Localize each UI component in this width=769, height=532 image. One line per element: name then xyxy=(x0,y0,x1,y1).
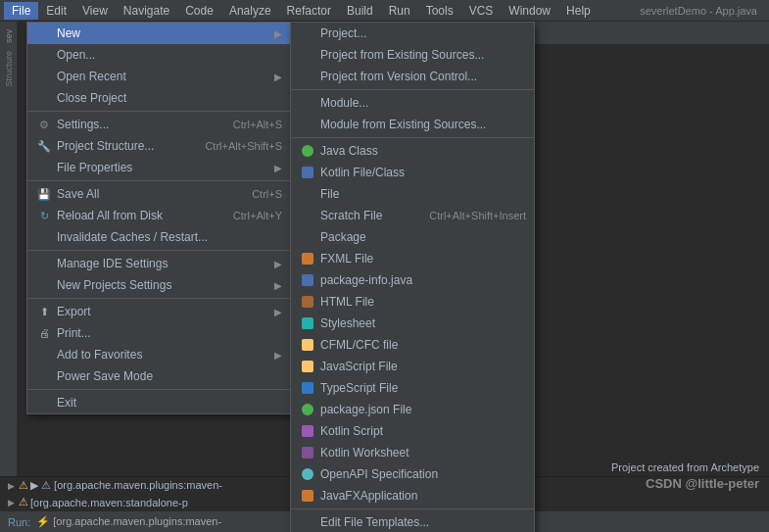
new-submenu: Project... Project from Existing Sources… xyxy=(290,22,535,532)
menu-item-invalidate[interactable]: Invalidate Caches / Restart... xyxy=(27,226,290,248)
sidebar-label: Structure xyxy=(2,49,16,89)
kotlin-file-icon xyxy=(299,165,316,180)
menu-bar: File Edit View Navigate Code Analyze Ref… xyxy=(0,0,769,22)
submenu-project-vcs[interactable]: Project from Version Control... xyxy=(291,66,534,87)
stylesheet-icon xyxy=(299,315,316,331)
kotlin-script-label: Kotlin Script xyxy=(320,424,526,438)
settings-icon: ⚙ xyxy=(35,117,53,132)
menu-edit[interactable]: Edit xyxy=(38,2,74,20)
menu-view[interactable]: View xyxy=(74,2,116,20)
menu-item-save-all[interactable]: 💾 Save All Ctrl+S xyxy=(27,183,290,205)
new-projects-icon xyxy=(35,277,53,293)
menu-refactor[interactable]: Refactor xyxy=(279,2,339,20)
menu-item-close-project[interactable]: Close Project xyxy=(27,87,290,109)
menu-item-settings[interactable]: ⚙ Settings... Ctrl+Alt+S xyxy=(27,114,290,135)
project-structure-label: Project Structure... xyxy=(57,139,197,153)
manage-ide-arrow: ▶ xyxy=(274,259,282,269)
submenu-kotlin-script[interactable]: Kotlin Script xyxy=(291,420,534,442)
warn-icon-2: ⚠ xyxy=(19,496,28,508)
submenu-project-existing[interactable]: Project from Existing Sources... xyxy=(291,44,534,66)
expand-icon-2[interactable]: ▶ xyxy=(8,498,15,508)
kotlin-worksheet-icon xyxy=(299,445,316,460)
submenu-openapi[interactable]: OpenAPI Specification xyxy=(291,463,534,485)
project-existing-label: Project from Existing Sources... xyxy=(320,48,526,62)
submenu-java-class[interactable]: Java Class xyxy=(291,140,534,162)
submenu-kotlin-file[interactable]: Kotlin File/Class xyxy=(291,162,534,183)
menu-tools[interactable]: Tools xyxy=(418,2,461,20)
export-arrow: ▶ xyxy=(274,307,282,317)
html-label: HTML File xyxy=(320,295,526,309)
new-projects-arrow: ▶ xyxy=(274,280,282,291)
menu-item-add-favorites[interactable]: Add to Favorites ▶ xyxy=(27,344,290,365)
submenu-fxml[interactable]: FXML File xyxy=(291,248,534,269)
menu-item-print[interactable]: 🖨 Print... xyxy=(27,322,290,344)
scratch-file-icon xyxy=(299,208,316,223)
open-icon xyxy=(35,47,53,63)
cfml-label: CFML/CFC file xyxy=(320,338,526,352)
menu-item-reload[interactable]: ↻ Reload All from Disk Ctrl+Alt+Y xyxy=(27,205,290,226)
submenu-typescript[interactable]: TypeScript File xyxy=(291,377,534,399)
menu-navigate[interactable]: Navigate xyxy=(116,2,177,20)
menu-item-export[interactable]: ⬆ Export ▶ xyxy=(27,301,290,322)
close-project-icon xyxy=(35,90,53,106)
cfml-icon xyxy=(299,337,316,353)
menu-help[interactable]: Help xyxy=(558,2,599,20)
submenu-edit-templates[interactable]: Edit File Templates... xyxy=(291,511,534,532)
sidebar-icons: sev Structure xyxy=(0,22,18,510)
add-favorites-icon xyxy=(35,347,53,363)
menu-item-manage-ide[interactable]: Manage IDE Settings ▶ xyxy=(27,253,290,274)
menu-analyze[interactable]: Analyze xyxy=(221,2,279,20)
submenu-kotlin-worksheet[interactable]: Kotlin Worksheet xyxy=(291,442,534,463)
submenu-package-info[interactable]: package-info.java xyxy=(291,269,534,291)
close-project-label: Close Project xyxy=(57,91,282,105)
submenu-module-existing[interactable]: Module from Existing Sources... xyxy=(291,114,534,135)
submenu-html[interactable]: HTML File xyxy=(291,291,534,313)
expand-icon-1[interactable]: ▶ xyxy=(8,481,15,491)
submenu-package-json[interactable]: package.json File xyxy=(291,399,534,420)
menu-window[interactable]: Window xyxy=(501,2,558,20)
power-save-icon xyxy=(35,368,53,384)
submenu-module[interactable]: Module... xyxy=(291,92,534,114)
menu-run[interactable]: Run xyxy=(381,2,418,20)
separator-4 xyxy=(27,298,290,299)
submenu-javascript[interactable]: JavaScript File xyxy=(291,356,534,377)
menu-item-new[interactable]: New ▶ xyxy=(27,23,290,44)
menu-file[interactable]: File xyxy=(4,2,38,20)
invalidate-label: Invalidate Caches / Restart... xyxy=(57,230,282,244)
open-recent-label: Open Recent xyxy=(57,70,270,83)
submenu-project[interactable]: Project... xyxy=(291,23,534,44)
submenu-scratch-file[interactable]: Scratch File Ctrl+Alt+Shift+Insert xyxy=(291,205,534,226)
run-row-1-text: ▶ ⚠ [org.apache.maven.plugins:maven- xyxy=(30,479,222,492)
menu-vcs[interactable]: VCS xyxy=(461,2,502,20)
menu-build[interactable]: Build xyxy=(339,2,381,20)
submenu-javafx[interactable]: JavaFXApplication xyxy=(291,485,534,507)
new-sep-3 xyxy=(291,508,534,509)
submenu-file[interactable]: File xyxy=(291,183,534,205)
menu-item-exit[interactable]: Exit xyxy=(27,392,290,413)
menu-item-open-recent[interactable]: Open Recent ▶ xyxy=(27,66,290,87)
package-info-icon xyxy=(299,272,316,288)
package-json-label: package.json File xyxy=(320,403,526,416)
submenu-cfml[interactable]: CFML/CFC file xyxy=(291,334,534,356)
package-label: Package xyxy=(320,230,526,244)
menu-item-file-properties[interactable]: File Properties ▶ xyxy=(27,157,290,178)
menu-item-power-save[interactable]: Power Save Mode xyxy=(27,365,290,387)
window-title: severletDemo - App.java xyxy=(640,5,765,17)
export-icon: ⬆ xyxy=(35,304,53,319)
file-label: File xyxy=(320,187,526,201)
menu-item-open[interactable]: Open... xyxy=(27,44,290,66)
menu-item-project-structure[interactable]: 🔧 Project Structure... Ctrl+Alt+Shift+S xyxy=(27,135,290,157)
openapi-icon xyxy=(299,466,316,482)
menu-item-new-projects[interactable]: New Projects Settings ▶ xyxy=(27,274,290,296)
menu-code[interactable]: Code xyxy=(177,2,221,20)
run-content: ⚡ [org.apache.maven.plugins:maven- xyxy=(36,515,221,528)
kotlin-worksheet-label: Kotlin Worksheet xyxy=(320,446,526,459)
project-label: Project... xyxy=(320,26,526,40)
power-save-label: Power Save Mode xyxy=(57,369,282,383)
sidebar-structure[interactable]: sev xyxy=(2,27,16,45)
javafx-icon xyxy=(299,488,316,504)
submenu-package[interactable]: Package xyxy=(291,226,534,248)
javafx-label: JavaFXApplication xyxy=(320,489,526,503)
submenu-stylesheet[interactable]: Stylesheet xyxy=(291,313,534,334)
file-properties-label: File Properties xyxy=(57,161,270,174)
